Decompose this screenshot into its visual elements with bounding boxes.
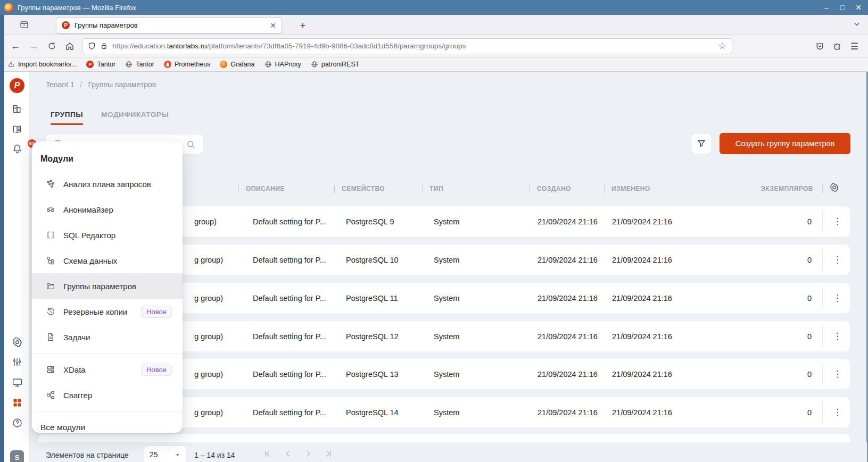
header-divider — [530, 185, 530, 193]
navigation-toolbar: ← → https://education.tantorlabs.ru/plat… — [0, 35, 868, 57]
sidebar-monitor-icon[interactable] — [4, 373, 30, 391]
column-header[interactable]: ИЗМЕНЕНО — [611, 185, 650, 192]
sidebar-tantor-logo-icon[interactable]: P — [4, 77, 30, 95]
table-row-partial[interactable] — [38, 434, 850, 442]
menu-divider — [32, 353, 183, 354]
new-badge: Новое — [141, 364, 172, 376]
first-page-icon[interactable] — [262, 449, 271, 458]
tab-groups[interactable]: ГРУППЫ — [51, 111, 83, 125]
pocket-icon[interactable] — [815, 42, 824, 51]
cell-instances: 0 — [807, 283, 812, 313]
bookmark-item[interactable]: PTantor — [86, 61, 115, 68]
next-page-icon[interactable] — [304, 449, 313, 458]
new-tab-button[interactable]: + — [296, 19, 310, 32]
header-divider — [422, 185, 423, 193]
menu-item-sql-editor[interactable]: SQL Редактор — [32, 222, 183, 248]
back-icon[interactable]: ← — [6, 38, 24, 54]
bookmark-label: Import bookmarks... — [18, 61, 77, 68]
lock-warning-icon[interactable] — [100, 42, 108, 50]
cell-created: 21/09/2024 21:16 — [538, 206, 598, 237]
tab-close-icon[interactable]: ✕ — [270, 21, 276, 30]
bookmark-item[interactable]: Prometheus — [164, 61, 210, 68]
cell-type: System — [434, 359, 459, 389]
column-header[interactable]: ЭКЗЕМПЛЯРОВ — [760, 185, 813, 192]
bookmark-label: Tantor — [97, 61, 115, 68]
row-actions-kebab-icon[interactable]: ⋮ — [825, 359, 850, 389]
sidebar-sliders-icon[interactable] — [4, 353, 30, 371]
close-button[interactable]: ✕ — [854, 4, 863, 11]
cell-type: System — [434, 245, 459, 275]
cell-type: System — [434, 206, 459, 237]
column-header[interactable]: ТИП — [429, 185, 443, 192]
menu-item-folder[interactable]: Группы параметров — [32, 273, 183, 299]
tasks-icon — [45, 332, 56, 342]
app-sidebar: P51S — [4, 72, 30, 462]
menu-item-tasks[interactable]: Задачи — [32, 324, 183, 350]
cell-type: System — [434, 283, 459, 313]
menu-item-label: Анонимайзер — [63, 205, 113, 214]
url-bar[interactable]: https://education.tantorlabs.ru/platform… — [82, 38, 732, 54]
menu-item-label: Анализ плана запросов — [63, 180, 151, 189]
per-page-select[interactable]: 25 — [144, 446, 186, 462]
create-param-group-button[interactable]: Создать группу параметров — [720, 133, 850, 154]
bookmark-item[interactable]: Grafana — [220, 61, 254, 68]
search-icon[interactable] — [186, 139, 196, 149]
menu-item-plan-analysis[interactable]: Анализ плана запросов — [32, 171, 183, 197]
sidebar-book-icon[interactable] — [4, 120, 30, 138]
tab-modifiers[interactable]: МОДИФИКАТОРЫ — [101, 111, 169, 125]
grafana-icon — [220, 61, 227, 68]
row-divider — [822, 249, 823, 271]
bookmark-label: Tantor — [136, 61, 154, 68]
cell-instances: 0 — [807, 206, 812, 237]
row-actions-kebab-icon[interactable]: ⋮ — [825, 397, 850, 427]
bookmark-item[interactable]: HAProxy — [264, 61, 301, 68]
shield-icon[interactable] — [88, 42, 96, 50]
cell-family: PostgreSQL 10 — [346, 245, 399, 275]
column-header[interactable]: СЕМЕЙСТВО — [342, 185, 385, 192]
maximize-button[interactable]: □ — [838, 4, 847, 11]
row-actions-kebab-icon[interactable]: ⋮ — [825, 245, 850, 275]
previous-page-icon[interactable] — [283, 449, 292, 458]
tab-title: Группы параметров — [75, 21, 138, 29]
filter-button[interactable] — [691, 133, 712, 154]
tab-list-chevron-icon[interactable] — [853, 20, 861, 28]
bookmark-item[interactable]: Import bookmarks... — [7, 61, 77, 68]
sidebar-gear-icon[interactable] — [4, 333, 30, 351]
menu-item-xdata[interactable]: XDataНовое — [32, 357, 183, 382]
sidebar-modules-grid-icon[interactable] — [4, 393, 30, 411]
last-page-icon[interactable] — [325, 449, 334, 458]
minimize-button[interactable]: – — [822, 4, 831, 11]
sidebar-help-icon[interactable] — [4, 414, 30, 432]
cell-modified: 21/09/2024 21:16 — [612, 359, 672, 389]
bookmark-item[interactable]: patroniREST — [311, 61, 360, 68]
browser-tab[interactable]: P Группы параметров ✕ — [56, 17, 282, 33]
toolbar-right: ☰ — [815, 35, 868, 57]
cell-description: Default setting for P... — [253, 245, 326, 275]
column-header[interactable]: СОЗДАНО — [537, 185, 571, 192]
column-settings-gear-icon[interactable] — [829, 182, 839, 192]
bookmark-star-icon[interactable]: ☆ — [718, 40, 726, 52]
sidebar-user-avatar[interactable]: S — [4, 448, 30, 462]
row-actions-kebab-icon[interactable]: ⋮ — [825, 206, 850, 237]
forward-icon[interactable]: → — [24, 38, 43, 54]
header-divider — [238, 185, 239, 193]
breadcrumb-tenant[interactable]: Tenant 1 — [46, 80, 75, 89]
row-actions-kebab-icon[interactable]: ⋮ — [825, 321, 850, 351]
column-header[interactable]: ОПИСАНИЕ — [246, 185, 285, 192]
bookmark-item[interactable]: Tantor — [125, 61, 154, 68]
menu-item-swagger[interactable]: Сваггер — [32, 382, 183, 408]
sidebar-building-icon[interactable] — [4, 100, 30, 118]
home-icon[interactable] — [61, 38, 79, 54]
menu-item-label: Резервные копии — [63, 307, 127, 316]
menu-item-backups[interactable]: Резервные копииНовое — [32, 299, 183, 324]
row-actions-kebab-icon[interactable]: ⋮ — [825, 283, 850, 313]
reload-icon[interactable] — [43, 38, 61, 54]
sidebar-toggle-icon[interactable] — [16, 18, 32, 32]
row-divider — [822, 287, 823, 309]
menu-item-anonymizer[interactable]: Анонимайзер — [32, 197, 183, 222]
menu-item-data-schema[interactable]: Схема данных — [32, 248, 183, 273]
menu-hamburger-icon[interactable]: ☰ — [850, 41, 858, 52]
sidebar-bell-icon[interactable]: 51 — [4, 139, 30, 157]
all-modules-item[interactable]: Все модули — [32, 416, 183, 433]
extensions-puzzle-icon[interactable] — [833, 42, 842, 51]
